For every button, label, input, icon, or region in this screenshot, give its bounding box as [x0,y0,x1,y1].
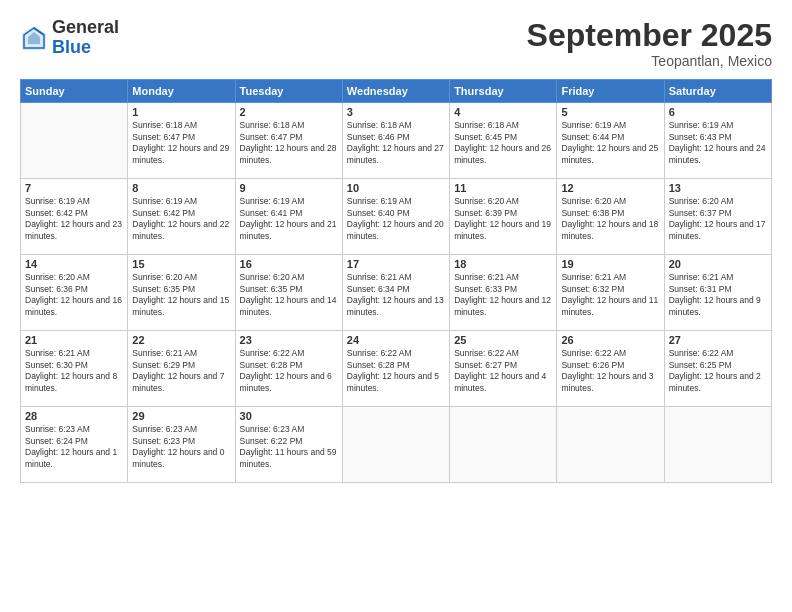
col-header-sunday: Sunday [21,80,128,103]
logo-general: General [52,18,119,38]
day-number: 23 [240,334,338,346]
day-cell: 22Sunrise: 6:21 AM Sunset: 6:29 PM Dayli… [128,331,235,407]
day-cell: 11Sunrise: 6:20 AM Sunset: 6:39 PM Dayli… [450,179,557,255]
day-cell: 13Sunrise: 6:20 AM Sunset: 6:37 PM Dayli… [664,179,771,255]
day-number: 18 [454,258,552,270]
day-cell [557,407,664,483]
day-info: Sunrise: 6:22 AM Sunset: 6:27 PM Dayligh… [454,348,552,394]
day-number: 4 [454,106,552,118]
day-info: Sunrise: 6:22 AM Sunset: 6:25 PM Dayligh… [669,348,767,394]
day-cell: 19Sunrise: 6:21 AM Sunset: 6:32 PM Dayli… [557,255,664,331]
day-info: Sunrise: 6:18 AM Sunset: 6:47 PM Dayligh… [240,120,338,166]
day-info: Sunrise: 6:21 AM Sunset: 6:31 PM Dayligh… [669,272,767,318]
day-info: Sunrise: 6:20 AM Sunset: 6:39 PM Dayligh… [454,196,552,242]
day-info: Sunrise: 6:22 AM Sunset: 6:26 PM Dayligh… [561,348,659,394]
day-number: 2 [240,106,338,118]
day-cell: 23Sunrise: 6:22 AM Sunset: 6:28 PM Dayli… [235,331,342,407]
week-row-2: 7Sunrise: 6:19 AM Sunset: 6:42 PM Daylig… [21,179,772,255]
col-header-wednesday: Wednesday [342,80,449,103]
day-info: Sunrise: 6:18 AM Sunset: 6:47 PM Dayligh… [132,120,230,166]
day-info: Sunrise: 6:21 AM Sunset: 6:32 PM Dayligh… [561,272,659,318]
day-number: 1 [132,106,230,118]
day-info: Sunrise: 6:19 AM Sunset: 6:42 PM Dayligh… [25,196,123,242]
day-info: Sunrise: 6:20 AM Sunset: 6:35 PM Dayligh… [240,272,338,318]
day-number: 14 [25,258,123,270]
day-number: 17 [347,258,445,270]
day-info: Sunrise: 6:18 AM Sunset: 6:46 PM Dayligh… [347,120,445,166]
week-row-5: 28Sunrise: 6:23 AM Sunset: 6:24 PM Dayli… [21,407,772,483]
day-cell: 21Sunrise: 6:21 AM Sunset: 6:30 PM Dayli… [21,331,128,407]
logo: General Blue [20,18,119,58]
day-cell: 3Sunrise: 6:18 AM Sunset: 6:46 PM Daylig… [342,103,449,179]
location-subtitle: Teopantlan, Mexico [527,53,772,69]
day-cell [342,407,449,483]
day-cell: 8Sunrise: 6:19 AM Sunset: 6:42 PM Daylig… [128,179,235,255]
day-number: 5 [561,106,659,118]
day-number: 26 [561,334,659,346]
month-title: September 2025 [527,18,772,53]
day-cell: 6Sunrise: 6:19 AM Sunset: 6:43 PM Daylig… [664,103,771,179]
day-number: 28 [25,410,123,422]
day-info: Sunrise: 6:20 AM Sunset: 6:37 PM Dayligh… [669,196,767,242]
day-number: 8 [132,182,230,194]
day-number: 25 [454,334,552,346]
day-number: 19 [561,258,659,270]
day-info: Sunrise: 6:23 AM Sunset: 6:22 PM Dayligh… [240,424,338,470]
day-info: Sunrise: 6:23 AM Sunset: 6:23 PM Dayligh… [132,424,230,470]
day-number: 27 [669,334,767,346]
day-cell: 10Sunrise: 6:19 AM Sunset: 6:40 PM Dayli… [342,179,449,255]
day-info: Sunrise: 6:19 AM Sunset: 6:43 PM Dayligh… [669,120,767,166]
day-cell [21,103,128,179]
day-cell: 18Sunrise: 6:21 AM Sunset: 6:33 PM Dayli… [450,255,557,331]
week-row-3: 14Sunrise: 6:20 AM Sunset: 6:36 PM Dayli… [21,255,772,331]
week-row-1: 1Sunrise: 6:18 AM Sunset: 6:47 PM Daylig… [21,103,772,179]
day-number: 30 [240,410,338,422]
day-number: 29 [132,410,230,422]
day-cell: 12Sunrise: 6:20 AM Sunset: 6:38 PM Dayli… [557,179,664,255]
calendar-table: SundayMondayTuesdayWednesdayThursdayFrid… [20,79,772,483]
day-number: 6 [669,106,767,118]
day-cell: 15Sunrise: 6:20 AM Sunset: 6:35 PM Dayli… [128,255,235,331]
calendar-page: General Blue September 2025 Teopantlan, … [0,0,792,612]
day-number: 21 [25,334,123,346]
day-number: 16 [240,258,338,270]
day-cell: 4Sunrise: 6:18 AM Sunset: 6:45 PM Daylig… [450,103,557,179]
header-row: SundayMondayTuesdayWednesdayThursdayFrid… [21,80,772,103]
day-number: 12 [561,182,659,194]
day-info: Sunrise: 6:21 AM Sunset: 6:33 PM Dayligh… [454,272,552,318]
logo-blue: Blue [52,38,119,58]
day-cell: 2Sunrise: 6:18 AM Sunset: 6:47 PM Daylig… [235,103,342,179]
header: General Blue September 2025 Teopantlan, … [20,18,772,69]
day-info: Sunrise: 6:19 AM Sunset: 6:40 PM Dayligh… [347,196,445,242]
logo-icon [20,24,48,52]
day-info: Sunrise: 6:23 AM Sunset: 6:24 PM Dayligh… [25,424,123,470]
day-info: Sunrise: 6:21 AM Sunset: 6:29 PM Dayligh… [132,348,230,394]
day-info: Sunrise: 6:19 AM Sunset: 6:44 PM Dayligh… [561,120,659,166]
day-info: Sunrise: 6:22 AM Sunset: 6:28 PM Dayligh… [240,348,338,394]
day-info: Sunrise: 6:22 AM Sunset: 6:28 PM Dayligh… [347,348,445,394]
day-cell: 30Sunrise: 6:23 AM Sunset: 6:22 PM Dayli… [235,407,342,483]
day-number: 9 [240,182,338,194]
day-number: 15 [132,258,230,270]
day-info: Sunrise: 6:21 AM Sunset: 6:30 PM Dayligh… [25,348,123,394]
col-header-tuesday: Tuesday [235,80,342,103]
day-number: 20 [669,258,767,270]
day-info: Sunrise: 6:20 AM Sunset: 6:35 PM Dayligh… [132,272,230,318]
day-number: 7 [25,182,123,194]
day-number: 24 [347,334,445,346]
day-number: 13 [669,182,767,194]
col-header-monday: Monday [128,80,235,103]
title-block: September 2025 Teopantlan, Mexico [527,18,772,69]
day-cell: 29Sunrise: 6:23 AM Sunset: 6:23 PM Dayli… [128,407,235,483]
day-cell [450,407,557,483]
day-cell: 25Sunrise: 6:22 AM Sunset: 6:27 PM Dayli… [450,331,557,407]
day-cell: 17Sunrise: 6:21 AM Sunset: 6:34 PM Dayli… [342,255,449,331]
day-number: 10 [347,182,445,194]
day-info: Sunrise: 6:19 AM Sunset: 6:42 PM Dayligh… [132,196,230,242]
day-cell: 9Sunrise: 6:19 AM Sunset: 6:41 PM Daylig… [235,179,342,255]
col-header-saturday: Saturday [664,80,771,103]
day-cell: 14Sunrise: 6:20 AM Sunset: 6:36 PM Dayli… [21,255,128,331]
day-info: Sunrise: 6:21 AM Sunset: 6:34 PM Dayligh… [347,272,445,318]
day-cell: 27Sunrise: 6:22 AM Sunset: 6:25 PM Dayli… [664,331,771,407]
col-header-friday: Friday [557,80,664,103]
